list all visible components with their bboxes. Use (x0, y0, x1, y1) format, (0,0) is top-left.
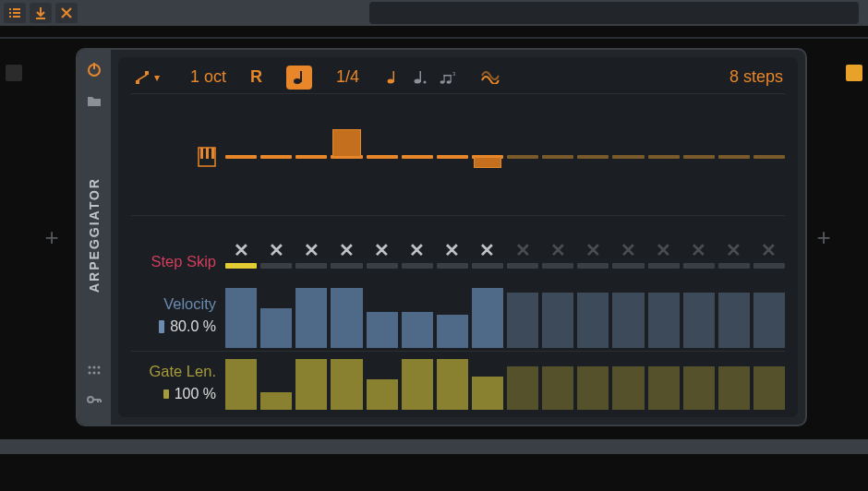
octaves-selector[interactable]: 1 oct (190, 67, 226, 87)
gate-step[interactable] (612, 354, 644, 410)
note-straight-icon[interactable] (383, 68, 402, 87)
velocity-step[interactable] (683, 281, 715, 348)
power-icon[interactable] (84, 59, 104, 79)
velocity-step[interactable] (402, 281, 433, 348)
gate-step[interactable] (367, 354, 398, 410)
gate-step[interactable] (472, 354, 503, 410)
step-skip-step[interactable]: ✕ (260, 241, 292, 281)
note-dotted-icon[interactable] (411, 68, 429, 87)
gate-step[interactable] (683, 354, 715, 410)
gate-value[interactable]: 100 % (175, 386, 216, 402)
gate-step[interactable] (225, 354, 257, 410)
pitch-step[interactable] (225, 102, 257, 212)
step-skip-toggle[interactable]: ✕ (409, 241, 425, 259)
velocity-step[interactable] (367, 281, 398, 348)
add-device-after[interactable]: + (807, 48, 840, 426)
step-skip-step[interactable]: ✕ (402, 241, 433, 281)
step-skip-toggle[interactable]: ✕ (656, 241, 671, 259)
key-icon[interactable] (84, 389, 104, 410)
search-field[interactable] (369, 2, 859, 24)
device-chip-next[interactable] (846, 65, 862, 81)
step-skip-toggle[interactable]: ✕ (304, 241, 319, 259)
step-skip-toggle[interactable]: ✕ (515, 241, 531, 259)
gate-step[interactable] (648, 354, 680, 410)
gate-step[interactable] (542, 354, 573, 410)
pitch-step[interactable] (260, 102, 292, 212)
step-skip-step[interactable]: ✕ (718, 241, 750, 281)
step-skip-step[interactable]: ✕ (331, 241, 362, 281)
velocity-step[interactable] (648, 281, 680, 348)
pitch-step[interactable] (718, 102, 750, 212)
drag-handle-icon[interactable] (84, 360, 104, 380)
step-skip-steps[interactable]: ✕✕✕✕✕✕✕✕✕✕✕✕✕✕✕✕ (225, 241, 785, 281)
pitch-step[interactable] (331, 102, 362, 212)
step-skip-step[interactable]: ✕ (225, 241, 257, 281)
velocity-step[interactable] (225, 281, 257, 348)
gate-step[interactable] (753, 354, 785, 410)
step-skip-toggle[interactable]: ✕ (339, 241, 355, 259)
velocity-step[interactable] (612, 281, 644, 348)
step-skip-toggle[interactable]: ✕ (761, 241, 777, 259)
step-skip-toggle[interactable]: ✕ (621, 241, 636, 259)
pitch-steps[interactable] (225, 102, 785, 212)
step-skip-step[interactable]: ✕ (295, 241, 327, 281)
velocity-step[interactable] (542, 281, 573, 348)
folder-icon[interactable] (84, 90, 104, 111)
velocity-step[interactable] (718, 281, 750, 348)
pitch-step[interactable] (402, 102, 433, 212)
step-skip-toggle[interactable]: ✕ (269, 241, 284, 259)
mode-selector[interactable]: R (250, 67, 262, 87)
step-skip-toggle[interactable]: ✕ (479, 241, 495, 259)
step-skip-step[interactable]: ✕ (648, 241, 680, 281)
step-skip-toggle[interactable]: ✕ (691, 241, 706, 259)
velocity-step[interactable] (260, 281, 292, 348)
step-skip-step[interactable]: ✕ (612, 241, 644, 281)
pitch-step[interactable] (542, 102, 573, 212)
steps-selector[interactable]: 8 steps (729, 67, 783, 87)
velocity-step[interactable] (472, 281, 503, 348)
close-icon[interactable] (55, 3, 78, 23)
gate-step[interactable] (402, 354, 433, 410)
gate-step[interactable] (331, 354, 362, 410)
velocity-steps[interactable] (225, 281, 785, 348)
gate-step[interactable] (507, 354, 538, 410)
device-chip-prev[interactable] (6, 65, 22, 81)
step-skip-toggle[interactable]: ✕ (585, 241, 601, 259)
velocity-step[interactable] (577, 281, 609, 348)
step-skip-step[interactable]: ✕ (683, 241, 715, 281)
step-skip-step[interactable]: ✕ (507, 241, 538, 281)
step-skip-toggle[interactable]: ✕ (234, 241, 249, 259)
note-triplet-icon[interactable]: 3 (439, 68, 457, 87)
pitch-step[interactable] (367, 102, 398, 212)
pitch-step[interactable] (472, 102, 503, 212)
pitch-step[interactable] (753, 102, 785, 212)
step-skip-toggle[interactable]: ✕ (726, 241, 741, 259)
step-skip-step[interactable]: ✕ (437, 241, 468, 281)
rate-selector[interactable]: 1/4 (336, 67, 359, 87)
list-view-icon[interactable] (4, 3, 26, 23)
step-skip-step[interactable]: ✕ (367, 241, 398, 281)
step-skip-step[interactable]: ✕ (753, 241, 785, 281)
gate-step[interactable] (295, 354, 327, 410)
gate-step[interactable] (718, 354, 750, 410)
step-skip-step[interactable]: ✕ (542, 241, 573, 281)
step-skip-toggle[interactable]: ✕ (444, 241, 460, 259)
pitch-step[interactable] (507, 102, 538, 212)
step-skip-toggle[interactable]: ✕ (550, 241, 566, 259)
step-skip-step[interactable]: ✕ (472, 241, 503, 281)
velocity-value[interactable]: 80.0 % (170, 318, 216, 335)
pitch-step[interactable] (648, 102, 680, 212)
step-skip-step[interactable]: ✕ (577, 241, 609, 281)
pitch-step[interactable] (437, 102, 468, 212)
gate-step[interactable] (260, 354, 292, 410)
pattern-dropdown-icon[interactable]: ▾ (148, 68, 166, 87)
velocity-step[interactable] (507, 281, 538, 348)
pitch-step[interactable] (577, 102, 609, 212)
add-device-before[interactable]: + (28, 48, 76, 426)
velocity-step[interactable] (295, 281, 327, 348)
pitch-step[interactable] (295, 102, 327, 212)
gate-step[interactable] (437, 354, 468, 410)
wave-icon[interactable] (481, 68, 500, 87)
gate-steps[interactable] (225, 354, 785, 410)
velocity-step[interactable] (753, 281, 785, 348)
